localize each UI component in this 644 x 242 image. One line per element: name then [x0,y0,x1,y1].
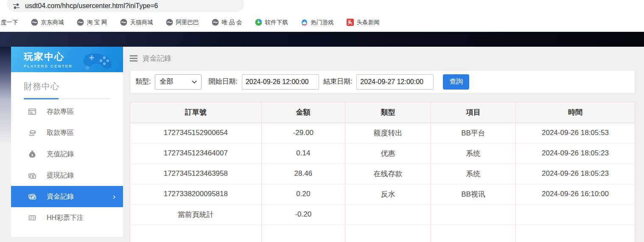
penguin-icon [301,19,308,26]
start-date-input[interactable] [242,74,319,90]
bookmark-software-download[interactable]: 软件下载 [255,19,288,26]
cell-amount: -29.00 [261,123,345,143]
funds-record-icon [28,192,36,201]
table-row: 1727345123464007 0.14 优惠 系统 2024-09-26 1… [130,143,635,163]
sidebar-item-deposit-zone[interactable]: 存款專區 [11,101,123,122]
col-order-no: 訂單號 [130,102,261,123]
bookmark-label: 京东商城 [41,19,64,26]
cell-time: 2024-09-26 18:05:53 [515,123,635,143]
search-button[interactable]: 查詢 [443,74,469,90]
cell-order-no: 1727338200095818 [130,184,261,204]
sidebar-item-bet-records[interactable]: 魔家投註記錄 [11,228,123,234]
sidebar-item-label: 提現記錄 [47,171,74,180]
col-amount: 金額 [261,102,345,123]
table-row-page-summary: 當前頁統計 -0.20 [130,204,635,225]
sidebar-item-withdrawal-records[interactable]: 提現記錄 [11,165,123,186]
cell-summary-amount: -0.20 [261,204,345,225]
bookmark-label: 头条新闻 [357,19,380,26]
filter-bar: 類型: 全部 開始日期: 結束日期: 查詢 [130,70,635,93]
chevron-right-icon: › [113,192,115,201]
main-content: 資金記錄 類型: 全部 開始日期: 結束日期: 查詢 訂單號 金額 類型 [130,47,635,242]
cell-empty [345,225,431,242]
cell-empty [431,204,516,225]
gamepad-icon [78,49,117,70]
section-underline [24,98,110,99]
bookmark-label: 软件下载 [265,19,288,26]
table-row: 1727338200095818 0.20 反水 BB视讯 2024-09-26… [130,184,635,204]
bookmark-hot-games[interactable]: 热门游戏 [301,19,334,26]
breadcrumb: 資金記錄 [130,47,635,70]
background-strip [0,47,11,144]
bookmark-tmall[interactable]: 天猫商城 [120,19,153,26]
globe-icon [166,19,173,26]
bookmark-label: 唯 品 会 [222,19,242,26]
cell-time: 2024-09-26 16:10:00 [515,184,635,204]
cell-empty [261,225,345,242]
bookmark-label: 热门游戏 [311,19,334,26]
cell-empty [431,225,516,242]
sidebar-item-label: 取款專區 [47,129,74,138]
cell-type: 额度转出 [345,123,431,143]
page-top-banner [0,32,644,47]
cell-project: 系统 [431,163,516,184]
toutiao-icon: 头 [347,19,354,26]
sidebar-item-label: 資金記錄 [47,192,74,201]
sidebar-item-hh-lottery-bets[interactable]: HH彩票下注 [11,207,123,228]
cell-summary-label: 當前頁統計 [130,204,261,225]
globe-icon [120,19,127,26]
type-select-value: 全部 [160,77,173,86]
end-date-label: 結束日期: [323,77,352,86]
col-type: 類型 [345,102,431,123]
cell-project: BB平台 [431,123,516,143]
page-title: 資金記錄 [143,53,171,63]
site-settings-icon[interactable] [13,3,20,10]
col-project: 項目 [431,102,516,123]
cell-empty [515,204,635,225]
bookmark-jd[interactable]: 京东商城 [31,19,64,26]
menu-hamburger-icon[interactable] [130,55,137,62]
bookmark-alibaba[interactable]: 阿里巴巴 [166,19,199,26]
bookmark-toutiao-news[interactable]: 头 头条新闻 [347,19,380,26]
lottery-bet-icon [28,214,36,222]
recharge-record-icon: ¥ [28,150,36,158]
globe-icon [31,19,38,26]
cell-amount: 0.14 [261,143,345,163]
cell-empty [345,204,431,225]
cell-amount: 28.46 [261,163,345,184]
bookmarks-bar: 度一下 京东商城 淘 宝 网 天猫商城 阿里巴巴 [0,14,644,31]
browser-chrome: usdt04.com/hhcp/usercenter.html?iniType=… [0,0,644,32]
sidebar-item-funds-records[interactable]: 資金記錄 › [11,186,123,207]
site-viewport: 玩家中心 PLAYERS CENTER 財務中心 [0,32,644,242]
withdraw-icon [28,129,36,137]
col-time: 時間 [515,102,635,123]
sidebar-item-withdraw-zone[interactable]: 取款專區 [11,122,123,144]
funds-table: 訂單號 金額 類型 項目 時間 1727345152900654 -29.00 … [130,102,635,242]
software-download-icon [255,19,262,26]
cell-order-no: 1727345152900654 [130,123,261,143]
bookmark-taobao[interactable]: 淘 宝 网 [77,19,107,26]
sidebar: 玩家中心 PLAYERS CENTER 財務中心 [11,47,123,237]
cell-time: 2024-09-26 18:05:23 [515,163,635,184]
url-text[interactable]: usdt04.com/hhcp/usercenter.html?iniType=… [25,2,158,10]
chevron-down-icon [192,80,197,84]
bookmark-label: 度一下 [1,19,18,26]
cell-order-no: 1727345123464007 [130,143,261,163]
bookmark-label: 阿里巴巴 [176,19,199,26]
globe-icon [212,19,219,26]
table-row-partial [130,225,635,242]
table-header-row: 訂單號 金額 類型 項目 時間 [130,102,635,123]
cell-project: BB视讯 [431,184,516,204]
cell-project: 系统 [431,143,516,163]
sidebar-item-recharge-records[interactable]: ¥ 充值記錄 [11,144,123,165]
bookmark-vip[interactable]: 唯 品 会 [212,19,242,26]
bookmark-label: 淘 宝 网 [87,19,107,26]
type-select[interactable]: 全部 [155,74,202,90]
table-row: 1727345123463958 28.46 在线存款 系统 2024-09-2… [130,163,635,184]
address-bar[interactable]: usdt04.com/hhcp/usercenter.html?iniType=… [7,0,244,12]
cell-type: 在线存款 [345,163,431,184]
withdrawal-record-icon [28,171,36,180]
end-date-input[interactable] [356,74,434,90]
cell-amount: 0.20 [261,184,345,204]
cell-type: 反水 [345,184,431,204]
bookmark-baidu[interactable]: 度一下 [1,19,18,26]
